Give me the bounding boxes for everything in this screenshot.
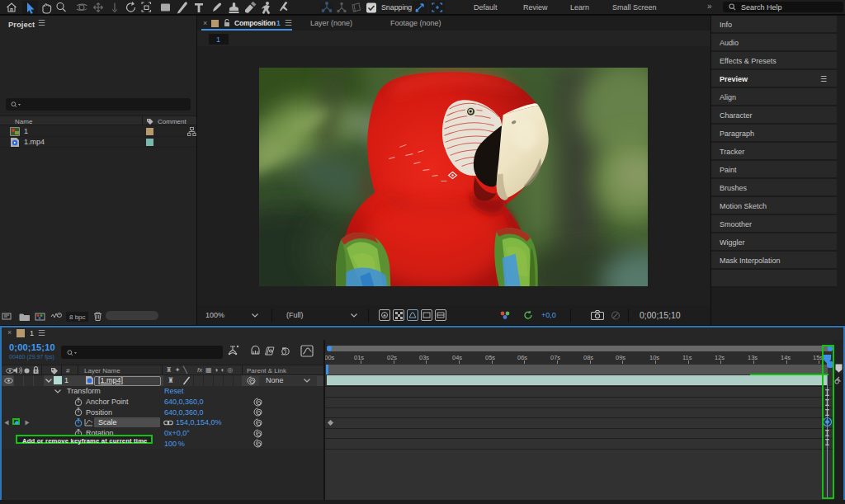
svg-text:8 bpc: 8 bpc [69,313,86,321]
